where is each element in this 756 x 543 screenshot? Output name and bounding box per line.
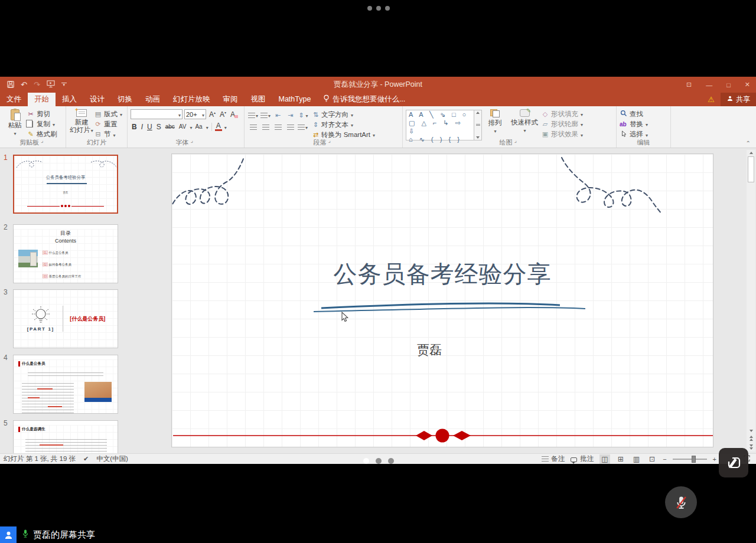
scrollbar-thumb[interactable] [748,156,754,182]
dropdown-arrow-icon[interactable] [305,123,308,130]
language-label[interactable]: 中文(中国) [96,454,128,463]
slide-sorter-view-button[interactable]: ⊞ [616,454,625,464]
shapes-row[interactable]: ▢ △ ⌐ ↳ ⇨ ⇩ [409,119,471,135]
warning-icon[interactable]: ⚠ [708,93,715,106]
scroll-up-icon[interactable] [476,112,480,114]
dropdown-arrow-icon[interactable] [350,111,353,118]
align-right-button[interactable] [272,122,284,132]
page-dot-icon[interactable] [376,458,382,464]
close-icon[interactable]: ✕ [745,81,750,89]
dropdown-arrow-icon[interactable] [13,129,16,138]
customize-qat-icon[interactable]: ▾ [61,83,67,87]
page-dot-icon[interactable] [388,458,394,464]
dropdown-arrow-icon[interactable] [189,123,192,130]
start-slideshow-icon[interactable] [47,80,55,89]
dropdown-arrow-icon[interactable] [645,120,648,127]
new-slide-button[interactable]: 新建 幻灯片 [69,108,94,139]
gallery-more-icon[interactable] [476,124,480,127]
justify-button[interactable] [285,122,296,132]
annotation-tool-button[interactable] [719,448,748,477]
columns-button[interactable] [297,122,308,132]
align-center-button[interactable] [260,122,271,132]
dropdown-arrow-icon[interactable] [523,126,526,135]
tab-design[interactable]: 设计 [83,93,111,106]
underline-button[interactable]: U [146,123,154,131]
dialog-launcher-icon[interactable] [191,140,196,145]
dialog-launcher-icon[interactable] [514,140,520,145]
dialog-launcher-icon[interactable] [328,140,334,145]
presenter-share-banner[interactable]: 贾磊的屏幕共享 [0,526,95,543]
dropdown-arrow-icon[interactable] [580,131,583,138]
dropdown-arrow-icon[interactable] [90,126,93,133]
dropdown-arrow-icon[interactable] [268,112,271,119]
zoom-slider-thumb[interactable] [692,456,696,463]
zoom-out-button[interactable]: − [663,456,666,463]
share-button[interactable]: 共享 [721,93,756,106]
shapes-row[interactable]: A A ╲ ⇘ □ ○ [409,110,471,119]
clear-formatting-button[interactable]: A [229,110,236,119]
slide-thumbnail-panel[interactable]: 1 公务员备考经验分享 贾磊 2 [0,148,127,453]
shape-fill-button[interactable]: ◇ 形状填充 [541,109,583,119]
minimize-icon[interactable]: — [706,81,712,89]
tab-insert[interactable]: 插入 [56,93,83,106]
numbering-button[interactable] [260,110,271,120]
bullets-button[interactable] [247,110,259,120]
scroll-down-icon[interactable] [750,430,753,432]
shape-outline-button[interactable]: ▱ 形状轮廓 [541,119,583,129]
dropdown-arrow-icon[interactable] [178,111,181,118]
scroll-up-icon[interactable] [750,152,753,154]
dropdown-arrow-icon[interactable] [372,131,375,138]
slide-canvas[interactable]: 公务员备考经验分享 贾磊 [171,153,713,447]
save-icon[interactable] [7,81,14,89]
comments-toggle[interactable]: 批注 [571,454,594,464]
normal-view-button[interactable]: ◫ [599,454,610,464]
slide-thumbnail-2[interactable]: 目录 Contents 01什么是公务员 02如何备考公务员 03基层公务员的日… [13,224,118,283]
notes-toggle[interactable]: 备注 [542,454,565,464]
next-slide-button[interactable] [750,444,753,450]
italic-button[interactable]: I [140,123,144,131]
dropdown-arrow-icon[interactable] [580,110,583,117]
slide-thumbnail-4[interactable]: 什么是公务员 [13,355,118,414]
increase-indent-button[interactable]: ⇥ [285,110,296,120]
slide-thumbnail-5[interactable]: 什么是选调生 [13,420,118,453]
cut-button[interactable]: ✂ 剪切 [27,109,57,119]
layout-button[interactable]: ▤ 版式 [94,109,122,119]
font-size-combobox[interactable]: 20+ [184,109,206,119]
slideshow-view-button[interactable]: ⊡ [647,454,657,464]
zoom-slider[interactable] [673,459,707,460]
undo-icon[interactable]: ↶ [21,81,27,89]
line-spacing-button[interactable]: ⇕ [297,110,308,120]
dropdown-arrow-icon[interactable] [493,127,496,135]
viewer-page-dots[interactable] [363,458,394,464]
tell-me-box[interactable]: 告诉我您想要做什么... [317,93,411,106]
tab-slideshow[interactable]: 幻灯片放映 [167,93,217,106]
shrink-font-button[interactable]: A [219,110,227,119]
strikethrough-button[interactable]: abc [164,123,176,130]
dialog-launcher-icon[interactable] [41,140,46,145]
copy-button[interactable]: 复制 [27,119,57,129]
change-case-button[interactable]: Aa [194,123,203,130]
dropdown-arrow-icon[interactable] [119,110,122,117]
align-left-button[interactable] [247,122,259,132]
font-color-button[interactable]: A [215,123,222,131]
paste-button[interactable]: 粘贴 [3,108,27,139]
dropdown-arrow-icon[interactable] [645,131,648,138]
tab-transitions[interactable]: 切换 [111,93,139,106]
ribbon-display-options-icon[interactable]: ⊡ [686,81,692,89]
dropdown-arrow-icon[interactable] [255,112,258,119]
text-shadow-button[interactable]: S [155,123,162,131]
spellcheck-icon[interactable]: ✔ [83,455,89,463]
character-spacing-button[interactable]: AV [178,123,188,130]
font-name-combobox[interactable] [131,109,183,119]
replace-button[interactable]: ab 替换 [620,119,648,129]
grow-font-button[interactable]: A [208,110,217,119]
tab-file[interactable]: 文件 [0,93,28,106]
arrange-button[interactable]: 排列 [482,108,508,139]
collapse-ribbon-icon[interactable]: ⌃ [746,140,751,146]
shapes-gallery[interactable]: A A ╲ ⇘ □ ○ ▢ △ ⌐ ↳ ⇨ ⇩ ⌂ ∿ ( ) { } [406,110,474,140]
dropdown-arrow-icon[interactable] [201,111,204,118]
bold-button[interactable]: B [131,123,138,131]
dropdown-arrow-icon[interactable] [52,120,55,127]
tab-view[interactable]: 视图 [245,93,272,106]
viewer-drag-handle[interactable] [367,6,390,11]
